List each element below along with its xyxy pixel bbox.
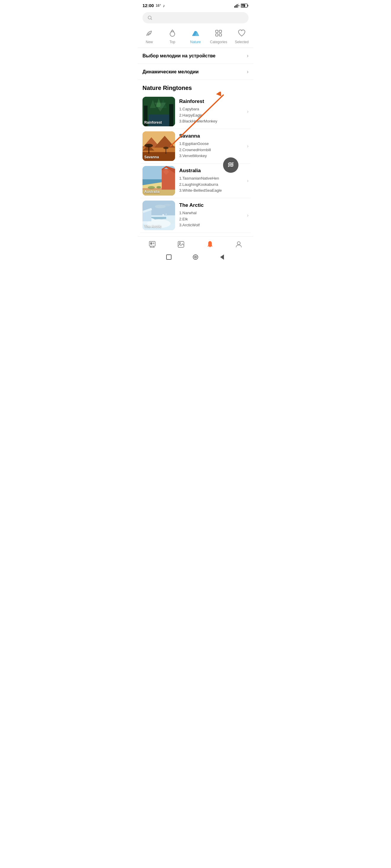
ringtone-tracks-savanna: 1.EgyptianGoose 2.CrownedHornbill 3.Verv… — [179, 141, 243, 159]
svg-point-55 — [162, 214, 164, 215]
track-2: 2.CrownedHornbill — [179, 147, 243, 153]
svg-point-11 — [170, 32, 175, 36]
tab-categories-label: Categories — [210, 40, 227, 44]
medal-icon — [168, 29, 177, 39]
status-right: 4G 52 — [234, 4, 249, 8]
track-3: 3.ArcticWolf — [179, 222, 243, 228]
thumb-savanna: Savanna — [142, 131, 175, 161]
track-1: 1.TasmanianNativeHen — [179, 176, 243, 182]
tab-nature-label: Nature — [190, 40, 201, 44]
nav-tabs: New Top Nature — [138, 27, 253, 48]
thumb-savanna-label: Savanna — [144, 155, 159, 159]
svg-rect-27 — [169, 104, 173, 126]
ringtone-info-arctic: The Arctic 1.Narwhal 2.Elk 3.ArcticWolf — [179, 203, 243, 228]
ringtone-item-arctic[interactable]: The Arctic The Arctic 1.Narwhal 2.Elk 3.… — [141, 198, 250, 233]
track-3: 3.BlackHowlerMonkey — [179, 118, 243, 125]
menu-dynamic[interactable]: Динамические мелодии › — [138, 64, 253, 80]
svg-rect-1 — [235, 5, 236, 8]
thumb-arctic-label: The Arctic — [144, 224, 162, 228]
item-chevron-savanna: › — [247, 144, 249, 149]
ringtone-name-arctic: The Arctic — [179, 203, 243, 208]
svg-point-57 — [155, 205, 166, 208]
tab-selected-label: Selected — [235, 40, 249, 44]
search-icon — [147, 15, 152, 21]
svg-rect-66 — [166, 255, 171, 259]
tab-new[interactable]: New — [138, 29, 161, 44]
ringtone-tracks-arctic: 1.Narwhal 2.Elk 3.ArcticWolf — [179, 210, 243, 228]
item-chevron-arctic: › — [247, 213, 249, 218]
mountain-icon — [191, 29, 200, 39]
menu-dynamic-label: Динамические мелодии — [142, 69, 199, 74]
svg-marker-69 — [221, 255, 224, 259]
grid-icon — [214, 29, 223, 39]
svg-line-10 — [151, 19, 152, 20]
svg-text:4G: 4G — [238, 5, 240, 6]
ringtone-name-rainforest: Rainforest — [179, 98, 243, 104]
svg-rect-16 — [216, 34, 218, 36]
chevron-right-icon-2: › — [247, 69, 249, 75]
svg-point-68 — [195, 256, 196, 258]
svg-rect-2 — [237, 4, 238, 8]
tab-new-label: New — [146, 40, 153, 44]
signal-icon: 4G — [234, 4, 240, 8]
menu-device-label: Выбор мелодии на устройстве — [142, 53, 216, 59]
sys-nav — [138, 251, 253, 265]
status-temp: 16° — [156, 4, 161, 8]
tab-nature[interactable]: Nature — [184, 29, 207, 44]
track-1: 1.Capybara — [179, 106, 243, 113]
bottom-nav-ringtones[interactable] — [148, 240, 157, 249]
track-2: 2.Elk — [179, 216, 243, 222]
sys-back-btn[interactable] — [219, 254, 225, 260]
ringtone-nav-icon — [148, 240, 157, 249]
bottom-nav — [138, 237, 253, 251]
tab-top[interactable]: Top — [161, 29, 184, 44]
tab-top-label: Top — [169, 40, 175, 44]
search-bar[interactable] — [142, 12, 249, 23]
svg-point-45 — [157, 186, 161, 188]
svg-point-9 — [148, 16, 151, 19]
chevron-right-icon: › — [247, 53, 249, 59]
sys-square-btn[interactable] — [166, 254, 172, 260]
sys-circle-btn[interactable] — [192, 254, 199, 260]
track-3: 3.White-BelliedSeaEagle — [179, 188, 243, 194]
svg-text:52: 52 — [242, 5, 244, 7]
ringtone-tracks-rainforest: 1.Capybara 2.HarpyEagle 3.BlackHowlerMon… — [179, 106, 243, 125]
svg-point-35 — [144, 144, 153, 147]
float-button[interactable] — [223, 157, 239, 173]
svg-point-65 — [237, 242, 240, 245]
status-bar: 12:00 16° ♪ 4G 52 — [138, 0, 253, 10]
tab-categories[interactable]: Categories — [207, 29, 230, 44]
svg-point-44 — [148, 186, 155, 189]
thumb-rainforest-label: Rainforest — [144, 120, 162, 125]
svg-rect-36 — [166, 149, 166, 154]
battery-icon: 52 — [241, 4, 249, 8]
ringtone-info-rainforest: Rainforest 1.Capybara 2.HarpyEagle 3.Bla… — [179, 98, 243, 125]
svg-rect-0 — [234, 6, 235, 8]
tiktok-icon: ♪ — [163, 3, 165, 8]
ringtone-name-savanna: Savanna — [179, 133, 243, 139]
thumb-rainforest: Rainforest — [142, 97, 175, 126]
svg-rect-17 — [219, 34, 222, 36]
bottom-nav-wallpapers[interactable] — [177, 240, 185, 249]
track-1: 1.EgyptianGoose — [179, 141, 243, 147]
track-1: 1.Narwhal — [179, 210, 243, 216]
ringtone-tracks-australia: 1.TasmanianNativeHen 2.LaughingKookaburr… — [179, 176, 243, 194]
status-left: 12:00 16° ♪ — [142, 3, 165, 8]
bottom-nav-notifications[interactable] — [206, 240, 214, 249]
page-wrapper: 12:00 16° ♪ 4G 52 — [138, 0, 253, 265]
menu-device[interactable]: Выбор мелодии на устройстве › — [138, 48, 253, 64]
tab-selected[interactable]: Selected — [230, 29, 253, 44]
wallpaper-nav-icon — [177, 240, 185, 249]
bottom-nav-profile[interactable] — [234, 240, 243, 249]
profile-nav-icon — [234, 240, 243, 249]
section-title: Nature Ringtones — [138, 80, 253, 94]
leaf-icon — [145, 29, 154, 39]
item-chevron-rainforest: › — [247, 109, 249, 114]
track-2: 2.HarpyEagle — [179, 113, 243, 119]
ringtone-item-rainforest[interactable]: Rainforest Rainforest 1.Capybara 2.Harpy… — [141, 94, 250, 129]
svg-point-56 — [166, 214, 167, 215]
svg-point-64 — [179, 243, 181, 244]
track-2: 2.LaughingKookaburra — [179, 182, 243, 188]
svg-rect-15 — [219, 30, 222, 33]
heart-icon — [237, 29, 246, 39]
